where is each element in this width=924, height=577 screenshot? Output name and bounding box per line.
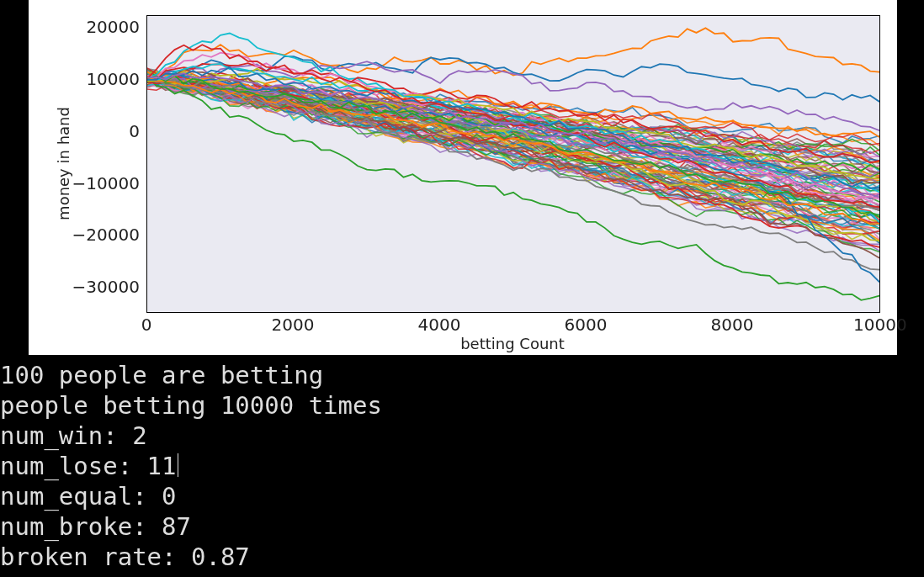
- console-line-7: broken rate: 0.87: [0, 543, 250, 571]
- xtick-4000: 4000: [414, 315, 465, 335]
- console-line-2: people betting 10000 times: [0, 391, 382, 420]
- console-output: 100 people are betting people betting 10…: [0, 360, 924, 572]
- console-line-3: num_win: 2: [0, 421, 147, 450]
- x-axis-label: betting Count: [146, 335, 879, 352]
- y-axis-label: money in hand: [54, 15, 72, 311]
- xtick-6000: 6000: [560, 315, 611, 335]
- xtick-0: 0: [121, 315, 172, 335]
- plot-area: [146, 15, 880, 313]
- xtick-2000: 2000: [268, 315, 318, 335]
- ytick-10000: 10000: [64, 69, 140, 89]
- text-cursor: [178, 453, 178, 477]
- chart-figure: 20000 10000 0 −10000 −20000 −30000 0 200…: [29, 0, 897, 355]
- console-line-5: num_equal: 0: [0, 482, 177, 511]
- xtick-8000: 8000: [707, 315, 757, 335]
- console-line-1: 100 people are betting: [0, 361, 323, 389]
- xtick-10000: 10000: [853, 315, 904, 335]
- console-line-4: num_lose: 11: [0, 452, 177, 480]
- ytick--20000: −20000: [64, 225, 140, 245]
- ytick-20000: 20000: [64, 17, 140, 37]
- ytick--10000: −10000: [64, 173, 140, 193]
- ytick--30000: −30000: [64, 277, 140, 297]
- console-line-6: num_broke: 87: [0, 512, 191, 541]
- ytick-0: 0: [64, 121, 140, 141]
- chart-lines: [147, 16, 879, 312]
